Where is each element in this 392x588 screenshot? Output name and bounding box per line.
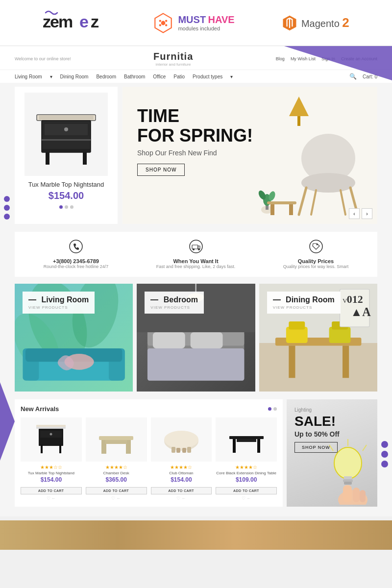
side-dot [4, 205, 10, 211]
wishlist-3[interactable]: ♡ ← [151, 496, 212, 501]
table-decoration [265, 193, 299, 219]
nav-dining-room[interactable]: Dining Room [60, 74, 89, 79]
feature-truck: When You Want It Fast and free shipping.… [156, 240, 236, 269]
header-wrapper: Welcome to our online store! Furnitia in… [0, 46, 392, 83]
product-stars-3: ★★★★☆ [151, 465, 212, 470]
nav-office[interactable]: Office [153, 74, 166, 79]
arrivals-dot-2[interactable] [273, 407, 277, 411]
category-dining-room[interactable]: V 012 ▲A Dining Room VIEW PRODUCTS [259, 284, 377, 392]
zemes-logo: zem e z [43, 9, 106, 37]
side-dot-right [381, 441, 388, 448]
living-room-label: Living Room VIEW PRODUCTS [23, 292, 95, 314]
product-hero-name: Tux Marble Top Nightstand [28, 181, 104, 188]
svg-rect-84 [176, 448, 180, 453]
nav-bathroom[interactable]: Bathroom [124, 74, 145, 79]
category-link-2[interactable]: VIEW PRODUCTS [150, 305, 198, 310]
svg-rect-73 [41, 444, 43, 453]
must-have-text: MUST HAVE modules included [178, 14, 234, 32]
svg-point-40 [316, 244, 318, 245]
purple-triangle-bottom-left [0, 382, 15, 461]
main-content: Tux Marble Top Nightstand $154.00 TIME F… [0, 83, 392, 516]
desk-image [86, 417, 147, 462]
svg-point-8 [165, 24, 167, 26]
blog-link[interactable]: Blog [276, 56, 285, 61]
nav-patio[interactable]: Patio [173, 74, 185, 79]
svg-rect-87 [233, 439, 236, 453]
svg-text:012: 012 [346, 293, 363, 305]
add-to-cart-button-1[interactable]: ADD TO CART [21, 487, 82, 494]
category-name-2: Bedroom [164, 295, 198, 304]
svg-text:zem: zem [43, 12, 73, 31]
category-link-3[interactable]: VIEW PRODUCTS [273, 305, 335, 310]
svg-point-72 [50, 433, 52, 436]
svg-rect-93 [360, 490, 366, 502]
product-price-3: $154.00 [151, 476, 212, 483]
sale-banner: Lighting SALE! Up to 50% Off SHOP NOW [287, 399, 377, 507]
svg-point-34 [70, 240, 82, 253]
svg-rect-76 [99, 436, 133, 440]
banner-shop-now-button[interactable]: SHOP NOW [137, 164, 185, 176]
wishlist-1[interactable]: ♡ ← [21, 496, 82, 501]
svg-rect-75 [36, 425, 66, 427]
add-to-cart-button-2[interactable]: ADD TO CART [86, 487, 147, 494]
svg-rect-16 [46, 152, 49, 165]
svg-point-13 [64, 127, 68, 131]
svg-rect-52 [147, 348, 244, 381]
ottoman-image [151, 417, 212, 462]
product-dining-table: ★★★★☆ Core Black Extension Dining Table … [216, 417, 277, 501]
banner-prev-button[interactable]: ‹ [349, 208, 360, 219]
arrivals-dot-1[interactable] [268, 407, 271, 411]
add-to-cart-button-3[interactable]: ADD TO CART [151, 487, 212, 494]
category-bedroom[interactable]: Bedroom VIEW PRODUCTS [137, 284, 255, 392]
feature-phone: +3(800) 2345-6789 Round-the-clock free h… [44, 240, 109, 269]
svg-point-37 [193, 248, 195, 250]
feature-phone-title: +3(800) 2345-6789 [44, 258, 109, 264]
product-name-3: Club Ottoman [151, 471, 212, 475]
products-row: ★★★☆☆ Tux Marble Top Nightstand $154.00 … [21, 417, 277, 501]
new-arrivals-main: New Arrivals [15, 399, 283, 507]
nightstand-image [21, 417, 82, 462]
add-to-cart-button-4[interactable]: ADD TO CART [216, 487, 277, 494]
svg-point-4 [161, 21, 166, 25]
wishlist-2[interactable]: ♡ ← [86, 496, 147, 501]
features-bar: +3(800) 2345-6789 Round-the-clock free h… [15, 232, 377, 277]
svg-rect-36 [192, 245, 198, 249]
bulb-illustration [318, 436, 377, 507]
svg-rect-86 [229, 436, 264, 439]
svg-point-38 [198, 248, 200, 250]
nav-living-room[interactable]: Living Room [15, 74, 42, 79]
product-price-1: $154.00 [21, 476, 82, 483]
banner-next-button[interactable]: › [362, 208, 372, 219]
side-dots-right [381, 441, 388, 467]
category-link-1[interactable]: VIEW PRODUCTS [28, 305, 89, 310]
nav-product-types[interactable]: Product types [193, 74, 222, 79]
svg-rect-15 [42, 149, 91, 152]
phone-icon [44, 240, 109, 256]
store-logo: Furnitia interior and furniture [153, 51, 193, 67]
dot-3[interactable] [70, 205, 74, 209]
product-name-4: Core Black Extension Dining Table [216, 471, 277, 475]
product-hero-card: Tux Marble Top Nightstand $154.00 [15, 87, 118, 224]
wishlist-4[interactable]: ♡ ← [216, 496, 277, 501]
category-grid: Living Room VIEW PRODUCTS [15, 284, 377, 392]
sale-category: Lighting [294, 407, 369, 413]
dot-1[interactable] [59, 205, 63, 209]
magento-badge: Magento 2 [281, 14, 349, 32]
banner-slider: TIME FOR SPRING! Shop Our Fresh New Find… [122, 87, 377, 224]
category-living-room[interactable]: Living Room VIEW PRODUCTS [15, 284, 133, 392]
svg-text:e: e [79, 12, 88, 31]
svg-line-22 [299, 188, 306, 215]
svg-rect-92 [353, 488, 360, 502]
svg-rect-62 [289, 321, 305, 329]
product-price-2: $365.00 [86, 476, 147, 483]
magento-label: Magento [301, 18, 340, 29]
must-have-badge: MUST HAVE modules included [152, 12, 234, 34]
dot-2[interactable] [65, 205, 68, 209]
new-arrivals-header: New Arrivals [21, 405, 277, 413]
svg-text:z: z [91, 12, 99, 31]
banner-title-line2: FOR SPRING! [137, 125, 253, 146]
svg-line-98 [329, 445, 333, 451]
category-name-3: Dining Room [286, 295, 335, 304]
feature-truck-desc: Fast and free shipping. Like, 2 days fas… [156, 264, 236, 269]
nav-bedroom[interactable]: Bedroom [96, 74, 116, 79]
